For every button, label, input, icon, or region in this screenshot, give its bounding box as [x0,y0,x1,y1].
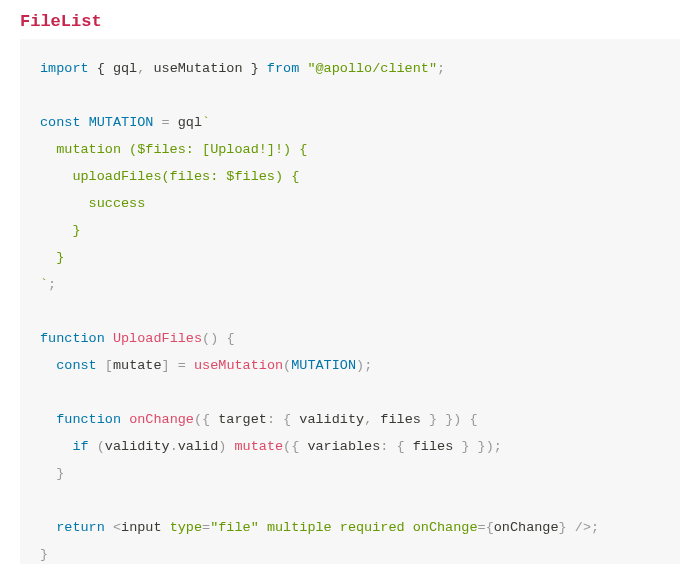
code-text [153,115,161,130]
punct: = [202,520,210,535]
code-text: useMutation } [145,61,267,76]
kw-from: from [267,61,299,76]
punct: ( [202,331,210,346]
code-text [97,358,105,373]
code-text [186,358,194,373]
punct: < [113,520,121,535]
punct: [ [105,358,113,373]
punct: ; [591,520,599,535]
code-text [40,466,56,481]
punct: = [178,358,186,373]
punct: } [56,466,64,481]
fn-call: useMutation [194,358,283,373]
code-text: files [372,412,429,427]
section-title: FileList [20,12,680,31]
kw-function: function [40,331,105,346]
code-text: valid [178,439,219,454]
fn-name: UploadFiles [113,331,202,346]
punct: { [202,412,210,427]
code-text [121,412,129,427]
punct: { [226,331,234,346]
punct: ] [162,358,170,373]
punct: } [429,412,437,427]
template-content: uploadFiles(files: $files) { [40,169,299,184]
code-text [469,439,477,454]
punct: ; [494,439,502,454]
code-text [567,520,575,535]
template-end: ` [40,277,48,292]
code-text: validity [105,439,170,454]
punct: { [486,520,494,535]
punct: ( [194,412,202,427]
code-text: validity [291,412,364,427]
punct: } [478,439,486,454]
punct: = [162,115,170,130]
punct: = [478,520,486,535]
code-text [81,115,89,130]
punct: ; [364,358,372,373]
code-text: onChange [494,520,559,535]
code-text: files [405,439,462,454]
punct: ( [283,439,291,454]
punct: { [470,412,478,427]
punct: { [397,439,405,454]
punct: ) [486,439,494,454]
punct: { [283,412,291,427]
template-content: } [40,223,81,238]
code-text [40,412,56,427]
kw-return: return [56,520,105,535]
code-text [259,520,267,535]
code-text [105,520,113,535]
code-text [405,520,413,535]
jsx-attr: onChange [413,520,478,535]
punct: } [40,547,48,562]
template-start: ` [202,115,210,130]
code-text [461,412,469,427]
jsx-attr: type [170,520,202,535]
punct: . [170,439,178,454]
punct: ( [97,439,105,454]
punct: ; [48,277,56,292]
code-text [170,358,178,373]
string-literal: "@apollo/client" [307,61,437,76]
code-text [40,358,56,373]
kw-const: const [56,358,97,373]
string-literal: "file" [210,520,259,535]
punct: ( [283,358,291,373]
code-text: input [121,520,170,535]
kw-import: import [40,61,89,76]
punct: : [267,412,275,427]
template-content: success [40,196,145,211]
jsx-attr: required [340,520,405,535]
code-text [332,520,340,535]
template-content: mutation ($files: [Upload!]!) { [40,142,307,157]
code-text [388,439,396,454]
kw-if: if [72,439,88,454]
code-block: import { gql, useMutation } from "@apoll… [20,39,680,564]
punct: } [559,520,567,535]
code-text: target [210,412,267,427]
code-text: { gql [89,61,138,76]
code-text [105,331,113,346]
fn-name: onChange [129,412,194,427]
code-text: mutate [113,358,162,373]
code-text [40,520,56,535]
kw-const: const [40,115,81,130]
code-text [275,412,283,427]
fn-call: mutate [234,439,283,454]
punct: ; [437,61,445,76]
const-name: MUTATION [291,358,356,373]
code-text [40,439,72,454]
code-text [437,412,445,427]
const-name: MUTATION [89,115,154,130]
code-text [89,439,97,454]
jsx-attr: multiple [267,520,332,535]
code-text: variables [299,439,380,454]
kw-function: function [56,412,121,427]
code-text: gql [170,115,202,130]
punct: ) [356,358,364,373]
punct: /> [575,520,591,535]
template-content: } [40,250,64,265]
